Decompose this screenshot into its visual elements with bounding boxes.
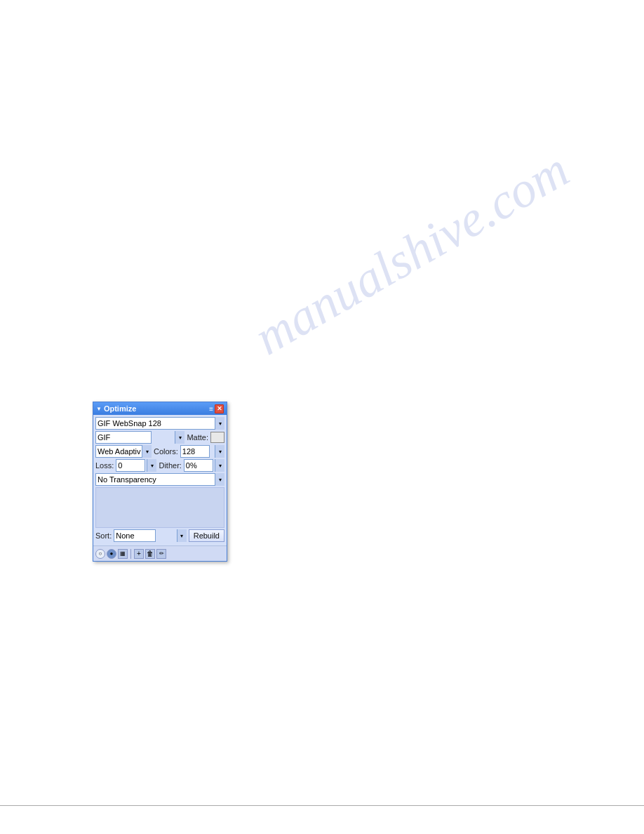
- preset-row: GIF WebSnap 128 GIF WebSnap 256 GIF Adap…: [95, 417, 224, 430]
- format-select-wrapper: GIF JPEG PNG-8 PNG-24 ▾: [95, 431, 185, 444]
- format-select[interactable]: GIF JPEG PNG-8 PNG-24: [95, 431, 152, 444]
- sort-select-arrow: ▾: [177, 529, 187, 542]
- toolbar-separator-1: [130, 549, 131, 559]
- panel-titlebar: ▼ Optimize ≡ ✕: [93, 402, 227, 415]
- radio-button-2[interactable]: ●: [107, 549, 116, 559]
- watermark: manualshive.com: [245, 140, 579, 367]
- grid-view-icon[interactable]: ▦: [118, 549, 128, 559]
- titlebar-left: ▼ Optimize: [96, 404, 136, 413]
- colors-label: Colors:: [154, 447, 178, 456]
- dither-label: Dither:: [159, 461, 181, 470]
- optimize-panel: ▼ Optimize ≡ ✕ GIF WebSnap 128 GIF WebSn…: [93, 402, 227, 562]
- loss-label: Loss:: [95, 461, 114, 470]
- sort-rebuild-row: Sort: None Luminosity Popularity ▾ Rebui…: [95, 529, 224, 542]
- sort-label: Sort:: [95, 531, 112, 540]
- rebuild-button[interactable]: Rebuild: [189, 529, 224, 542]
- sort-select-wrapper: None Luminosity Popularity ▾: [114, 529, 186, 542]
- sort-select[interactable]: None Luminosity Popularity: [114, 529, 156, 542]
- titlebar-icons: ≡ ✕: [209, 404, 224, 413]
- matte-label: Matte:: [187, 433, 208, 442]
- colors-select[interactable]: 128 256 64 32: [180, 445, 210, 458]
- preset-select[interactable]: GIF WebSnap 128 GIF WebSnap 256 GIF Adap…: [95, 417, 224, 430]
- format-matte-row: GIF JPEG PNG-8 PNG-24 ▾ Matte:: [95, 431, 224, 444]
- dither-select-wrapper: 0% 25% 50% 75% 100% ▾: [184, 459, 224, 472]
- palette-select[interactable]: Web Adaptive Adaptive Web 216 Exact: [95, 445, 152, 458]
- panel-title: Optimize: [104, 404, 136, 413]
- panel-toolbar: ○ ● ▦ + 🗑 ✏: [93, 545, 227, 561]
- format-select-arrow: ▾: [175, 431, 185, 444]
- radio-button-1[interactable]: ○: [95, 549, 105, 559]
- color-table-area: [95, 487, 224, 528]
- colors-select-wrapper: 128 256 64 32 ▾: [180, 445, 224, 458]
- add-color-icon[interactable]: +: [134, 549, 144, 559]
- transparency-select[interactable]: No Transparency Index Transparency Alpha…: [95, 473, 224, 486]
- panel-menu-icon[interactable]: ≡: [209, 405, 213, 413]
- colors-select-arrow: ▾: [215, 445, 224, 458]
- bottom-rule: [0, 805, 644, 806]
- delete-color-icon[interactable]: 🗑: [145, 549, 155, 559]
- dither-select-arrow: ▾: [215, 459, 224, 472]
- palette-colors-row: Web Adaptive Adaptive Web 216 Exact ▾ Co…: [95, 445, 224, 458]
- panel-close-button[interactable]: ✕: [215, 404, 224, 413]
- loss-select-wrapper: 0 5 10 20 ▾: [116, 459, 156, 472]
- preset-select-wrapper: GIF WebSnap 128 GIF WebSnap 256 GIF Adap…: [95, 417, 224, 430]
- dither-select[interactable]: 0% 25% 50% 75% 100%: [184, 459, 213, 472]
- transparency-row: No Transparency Index Transparency Alpha…: [95, 473, 224, 486]
- palette-select-wrapper: Web Adaptive Adaptive Web 216 Exact ▾: [95, 445, 152, 458]
- edit-color-icon[interactable]: ✏: [156, 549, 166, 559]
- transparency-select-wrapper: No Transparency Index Transparency Alpha…: [95, 473, 224, 486]
- matte-color-swatch[interactable]: [210, 432, 224, 443]
- loss-select-arrow: ▾: [147, 459, 156, 472]
- loss-dither-row: Loss: 0 5 10 20 ▾ Dither: 0% 25% 50% 75%…: [95, 459, 224, 472]
- loss-select[interactable]: 0 5 10 20: [116, 459, 145, 472]
- panel-collapse-arrow[interactable]: ▼: [96, 406, 102, 412]
- panel-body: GIF WebSnap 128 GIF WebSnap 256 GIF Adap…: [93, 415, 227, 545]
